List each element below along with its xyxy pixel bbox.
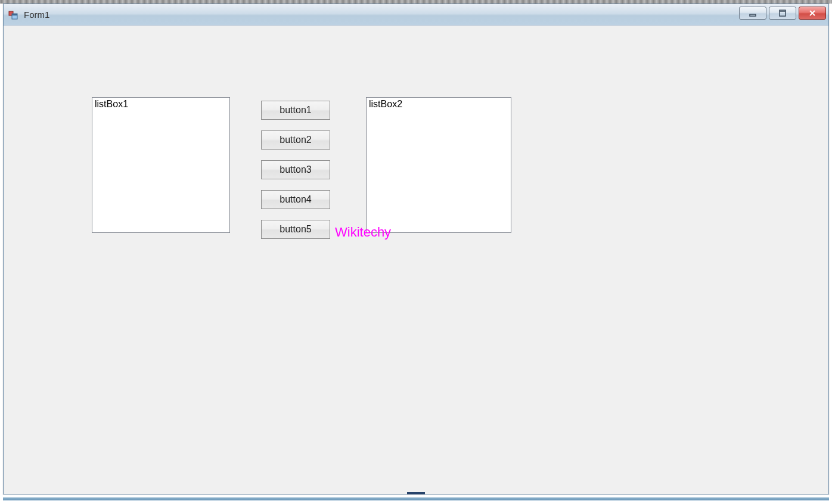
button-4[interactable]: button4 xyxy=(261,190,330,209)
app-icon xyxy=(8,10,19,20)
button-5[interactable]: button5 xyxy=(261,220,330,239)
window-title: Form1 xyxy=(24,10,49,20)
svg-rect-3 xyxy=(750,14,756,16)
window-controls xyxy=(739,7,826,20)
svg-rect-2 xyxy=(12,14,17,15)
bottom-accent xyxy=(3,497,829,500)
screenshot-frame: Form1 listBox1 button1 button2 butto xyxy=(0,0,832,504)
bottom-marker xyxy=(407,492,425,494)
listbox-1[interactable]: listBox1 xyxy=(92,97,230,233)
form-window: Form1 listBox1 button1 button2 butto xyxy=(3,4,829,494)
button-1[interactable]: button1 xyxy=(261,101,330,120)
button-2[interactable]: button2 xyxy=(261,130,330,150)
listbox-1-item[interactable]: listBox1 xyxy=(95,99,128,109)
titlebar[interactable]: Form1 xyxy=(4,4,828,26)
client-area: listBox1 button1 button2 button3 button4… xyxy=(4,26,828,494)
button-3[interactable]: button3 xyxy=(261,160,330,179)
minimize-button[interactable] xyxy=(739,7,766,20)
close-button[interactable] xyxy=(799,7,826,20)
maximize-button[interactable] xyxy=(769,7,796,20)
watermark-text: Wikitechy xyxy=(335,225,391,240)
listbox-2[interactable]: listBox2 xyxy=(366,97,511,233)
listbox-2-item[interactable]: listBox2 xyxy=(369,99,402,109)
button-stack: button1 button2 button3 button4 button5 xyxy=(261,101,330,239)
